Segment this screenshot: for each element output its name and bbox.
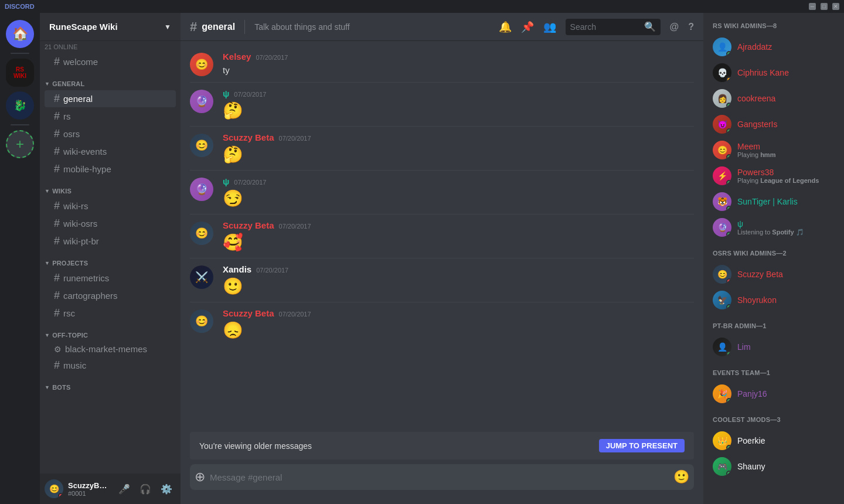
- minimize-button[interactable]: ─: [809, 3, 816, 10]
- mention-icon[interactable]: @: [670, 22, 679, 32]
- message-emoji-5: 🥰: [223, 233, 694, 252]
- category-general[interactable]: ▼ GENERAL: [40, 71, 181, 90]
- channel-name-music: music: [63, 360, 86, 370]
- member-item-ajraddatz[interactable]: 👤 Ajraddatz: [708, 34, 839, 60]
- member-item-shoyrukon[interactable]: 🦅 Shoyrukon: [708, 287, 839, 313]
- ajraddatz-avatar-img: 👤: [717, 42, 727, 52]
- channel-item-cartographers[interactable]: # cartographers: [45, 287, 176, 304]
- message-input-box: ⊕ 🙂: [190, 464, 694, 490]
- message-header-1: Kelsey 07/20/2017: [223, 52, 694, 62]
- channel-item-wiki-osrs[interactable]: # wiki-osrs: [45, 215, 176, 232]
- member-item-scuzzy-beta[interactable]: 😊 Scuzzy Beta: [708, 261, 839, 287]
- category-bots[interactable]: ▼ BOTS: [40, 374, 181, 393]
- member-item-suntiger[interactable]: 🐯 SunTiger | Karlis: [708, 189, 839, 214]
- message-separator-3: [190, 170, 694, 171]
- member-item-powers38[interactable]: ⚡ Powers38 Playing League of Legends: [708, 163, 839, 189]
- message-content-4: ψ 07/20/2017 😏: [223, 176, 694, 208]
- message-header-7: Scuzzy Beta 07/20/2017: [223, 308, 694, 318]
- psi-info: ψ Listening to Spotify 🎵: [737, 219, 835, 236]
- section-header-coolest-jmods: COOLEST JMODS—3: [708, 416, 839, 423]
- meem-status: [726, 154, 731, 159]
- panjy16-info: Panjy16: [737, 389, 835, 399]
- poerkie-name: Poerkie: [737, 436, 835, 445]
- message-avatar-kelsey: 😊: [190, 53, 213, 76]
- lock-icon: ⚙: [54, 345, 62, 354]
- notification-bell-icon[interactable]: 🔔: [499, 21, 512, 33]
- channel-item-music[interactable]: # music: [45, 357, 176, 374]
- server-icon-home[interactable]: 🏠: [6, 20, 34, 48]
- member-avatar-lim: 👤: [713, 338, 731, 356]
- message-timestamp-3: 07/20/2017: [279, 135, 311, 142]
- category-wikis[interactable]: ▼ WIKIS: [40, 178, 181, 197]
- channel-item-general[interactable]: # general: [45, 90, 176, 107]
- member-item-lim[interactable]: 👤 Lim: [708, 334, 839, 360]
- category-arrow-wikis: ▼: [45, 188, 50, 194]
- pin-icon[interactable]: 📌: [521, 21, 534, 33]
- server-header[interactable]: RuneScape Wiki ▼: [40, 13, 181, 41]
- channel-item-rsc[interactable]: # rsc: [45, 305, 176, 322]
- member-item-shauny[interactable]: 🎮 Shauny: [708, 454, 839, 479]
- suntiger-avatar-img: 🐯: [717, 197, 727, 206]
- message-group-6: ⚔️ Xandis 07/20/2017 🙂: [181, 263, 703, 297]
- channel-item-welcome[interactable]: # welcome: [45, 53, 176, 70]
- settings-button[interactable]: ⚙️: [157, 479, 176, 498]
- category-projects[interactable]: ▼ PROJECTS: [40, 250, 181, 269]
- psi-activity: Listening to Spotify 🎵: [737, 229, 835, 236]
- members-sidebar: RS WIKI ADMINS—8 👤 Ajraddatz 💀 Ciphrius …: [703, 13, 844, 504]
- jump-to-present-button[interactable]: JUMP TO PRESENT: [599, 439, 685, 452]
- message-timestamp-2: 07/20/2017: [234, 91, 266, 98]
- member-item-meem[interactable]: 😊 Meem Playing hmm: [708, 137, 839, 163]
- server-icon-runescape-wiki[interactable]: RSWIKI: [6, 59, 34, 87]
- search-input[interactable]: [570, 22, 641, 32]
- mic-button[interactable]: 🎤: [115, 479, 134, 498]
- members-list-icon[interactable]: 👥: [543, 21, 556, 33]
- channel-item-osrs[interactable]: # osrs: [45, 125, 176, 142]
- emoji-button[interactable]: 🙂: [673, 469, 689, 485]
- section-header-rs-wiki-admins: RS WIKI ADMINS—8: [708, 22, 839, 29]
- close-button[interactable]: ✕: [832, 3, 839, 10]
- members-section-pt-br-admin: PT-BR ADMIN—1 👤 Lim: [708, 322, 839, 360]
- member-item-psi[interactable]: 🔮 ψ Listening to Spotify 🎵: [708, 214, 839, 240]
- shoyrukon-avatar-img: 🦅: [717, 295, 727, 305]
- server-name: RuneScape Wiki: [49, 22, 118, 32]
- message-content-5: Scuzzy Beta 07/20/2017 🥰: [223, 220, 694, 252]
- message-content-2: ψ 07/20/2017 🤔: [223, 88, 694, 120]
- channel-item-wiki-rs[interactable]: # wiki-rs: [45, 197, 176, 214]
- message-timestamp-5: 07/20/2017: [279, 223, 311, 230]
- server-icon-dragon[interactable]: 🐉: [6, 91, 34, 120]
- channel-item-black-market-memes[interactable]: ⚙ black-market-memes: [45, 342, 176, 356]
- category-label-wikis: WIKIS: [52, 188, 72, 195]
- panjy16-status: [726, 398, 731, 403]
- message-content-6: Xandis 07/20/2017 🙂: [223, 264, 694, 296]
- member-item-gangsterls[interactable]: 😈 GangsterIs: [708, 111, 839, 137]
- member-item-poerkie[interactable]: 👑 Poerkie: [708, 428, 839, 454]
- channel-item-wiki-events[interactable]: # wiki-events: [45, 143, 176, 160]
- member-item-panjy16[interactable]: 🎉 Panjy16: [708, 381, 839, 407]
- member-item-ciphrius-kane[interactable]: 💀 Ciphrius Kane: [708, 60, 839, 86]
- maximize-button[interactable]: □: [821, 3, 828, 10]
- channel-list: 21 ONLINE # welcome ▼ GENERAL # general …: [40, 41, 181, 474]
- headphones-button[interactable]: 🎧: [136, 479, 155, 498]
- shoyrukon-name: Shoyrukon: [737, 295, 835, 305]
- message-emoji-2: 🤔: [223, 101, 694, 120]
- channel-item-wiki-pt-br[interactable]: # wiki-pt-br: [45, 233, 176, 250]
- server-list: 🏠 RSWIKI 🐉 +: [0, 13, 40, 504]
- message-separator-5: [190, 258, 694, 258]
- psi-name: ψ: [737, 219, 835, 229]
- help-icon[interactable]: ?: [688, 22, 694, 32]
- category-off-topic[interactable]: ▼ OFF-TOPIC: [40, 322, 181, 341]
- message-emoji-7: 😞: [223, 321, 694, 340]
- channel-item-runemetrics[interactable]: # runemetrics: [45, 270, 176, 287]
- search-bar[interactable]: 🔍: [566, 19, 661, 35]
- channel-item-rs[interactable]: # rs: [45, 108, 176, 125]
- channel-item-mobile-hype[interactable]: # mobile-hype: [45, 161, 176, 178]
- meem-avatar-img: 😊: [717, 145, 727, 155]
- window-controls[interactable]: ─ □ ✕: [809, 3, 839, 10]
- ajraddatz-status: [726, 51, 731, 56]
- add-server-button[interactable]: +: [6, 130, 34, 158]
- message-author-scuzzy-1: Scuzzy Beta: [223, 132, 274, 142]
- member-item-cookreena[interactable]: 👩 cookreena: [708, 86, 839, 111]
- add-attachment-button[interactable]: ⊕: [195, 469, 205, 485]
- message-input[interactable]: [210, 472, 669, 482]
- message-avatar-scuzzy-1: 😊: [190, 134, 213, 157]
